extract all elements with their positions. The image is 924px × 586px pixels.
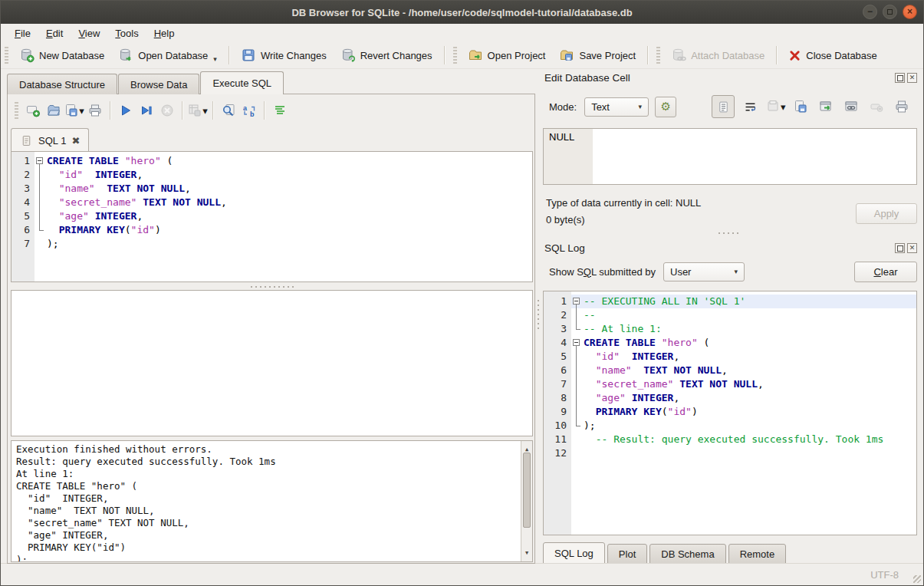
save-file-dropdown-icon[interactable]: ▾ (79, 105, 84, 117)
toolbar-drag-handle[interactable] (453, 47, 457, 64)
new-tab-icon (25, 103, 41, 118)
maximize-icon (887, 9, 893, 15)
fold-marker-none (571, 446, 584, 460)
cell-value: NULL (544, 129, 593, 184)
find-button[interactable] (218, 100, 238, 120)
fold-marker-start[interactable] (571, 336, 584, 350)
sql1-tab[interactable]: SQL 1 ✖ (11, 128, 89, 152)
log-line: Execution finished without errors. (16, 443, 517, 456)
close-database-button[interactable]: Close Database (781, 46, 884, 65)
submitted-by-select[interactable]: User ▾ (663, 262, 745, 281)
execute-sql-page: ▾ (7, 94, 535, 564)
print-sql-button[interactable] (84, 100, 105, 120)
scrollbar-thumb[interactable] (523, 453, 531, 528)
close-button[interactable]: × (903, 5, 917, 19)
word-wrap-button[interactable] (740, 97, 760, 117)
results-grid[interactable] (11, 290, 533, 436)
open-database-button[interactable]: Open Database ▾ (111, 44, 224, 66)
sql-document-icon (20, 134, 33, 147)
title-bar[interactable]: DB Browser for SQLite - /home/user/code/… (1, 1, 923, 24)
auto-mode-button[interactable]: ⚙ (655, 97, 676, 117)
encoding-indicator[interactable]: UTF-8 (870, 569, 899, 581)
menu-item-help[interactable]: Help (146, 25, 182, 41)
execute-line-button[interactable] (136, 100, 156, 120)
code-line: 7 "secret_name" TEXT NOT NULL, (544, 377, 916, 391)
print-cell-button[interactable] (892, 97, 912, 117)
line-number: 3 (12, 182, 35, 196)
scroll-down-icon[interactable]: ▼ (521, 547, 532, 559)
clear-log-button[interactable]: Clear (854, 262, 917, 282)
fold-marker-start[interactable] (35, 154, 47, 168)
open-database-dropdown-icon[interactable]: ▾ (213, 55, 217, 63)
line-number: 5 (544, 350, 571, 364)
line-body (571, 446, 916, 460)
editor-results-splitter[interactable] (11, 284, 533, 290)
minimize-button[interactable]: − (863, 5, 877, 19)
export-cell-data-button[interactable] (791, 97, 811, 117)
line-body: -- Result: query executed successfully. … (571, 433, 916, 446)
close-dock-icon[interactable]: ✕ (907, 73, 917, 83)
close-dock-icon[interactable]: ✕ (907, 243, 917, 253)
execution-log[interactable]: Execution finished without errors.Result… (11, 440, 533, 562)
open-project-button[interactable]: Open Project (461, 44, 553, 66)
float-dock-icon[interactable] (895, 243, 905, 253)
copy-link-button[interactable] (841, 97, 861, 117)
line-body: "age" INTEGER, (35, 209, 532, 223)
cell-editor[interactable]: NULL (543, 128, 917, 185)
new-sql-tab-button[interactable] (22, 100, 43, 120)
sql-editor[interactable]: 1CREATE TABLE "hero" (2 "id" INTEGER,3 "… (11, 151, 533, 282)
save-results-button: ▾ (187, 100, 208, 120)
toolbar-drag-handle[interactable] (15, 102, 18, 119)
save-sql-file-button[interactable]: ▾ (64, 100, 84, 120)
dock-tab-plot[interactable]: Plot (607, 544, 647, 564)
tab-database-structure[interactable]: Database Structure (7, 74, 117, 94)
sql-log-view[interactable]: 1-- EXECUTING ALL IN 'SQL 1'2--3-- At li… (543, 291, 917, 535)
log-line: "name" TEXT NOT NULL, (16, 505, 517, 517)
dock-splitter[interactable] (541, 232, 919, 234)
tab-execute-sql[interactable]: Execute SQL (200, 71, 284, 94)
panel-splitter[interactable] (536, 94, 541, 564)
dock-tab-sql-log[interactable]: SQL Log (543, 542, 605, 564)
mode-select[interactable]: Text ▾ (584, 97, 649, 117)
fold-box-icon[interactable] (573, 298, 580, 305)
main-tab-bar: Database StructureBrowse DataExecute SQL (7, 71, 284, 94)
menu-item-tools[interactable]: Tools (107, 25, 146, 41)
fold-marker-start[interactable] (571, 295, 584, 308)
line-body: "secret_name" TEXT NOT NULL, (571, 377, 916, 391)
float-dock-icon[interactable] (895, 73, 905, 83)
new-database-label: New Database (39, 50, 104, 61)
replace-icon: a b (242, 103, 257, 118)
revert-changes-button[interactable]: Revert Changes (334, 44, 439, 66)
fold-marker-line (35, 196, 47, 209)
edit-cell-dock-header: Edit Database Cell ✕ (544, 70, 917, 85)
sql1-tab-close-icon[interactable]: ✖ (71, 135, 80, 146)
dock-tab-remote[interactable]: Remote (728, 544, 787, 564)
line-body: "id" INTEGER, (35, 168, 532, 182)
dock-tab-db-schema[interactable]: DB Schema (649, 544, 725, 564)
code-text: ); (584, 419, 596, 433)
replace-button[interactable]: a b (238, 100, 259, 120)
write-changes-label: Write Changes (261, 50, 327, 61)
format-sql-button[interactable] (269, 100, 290, 120)
tab-browse-data[interactable]: Browse Data (118, 74, 199, 94)
save-project-button[interactable]: Save Project (552, 44, 643, 66)
execution-log-scrollbar[interactable]: ▲ ▼ (521, 441, 532, 561)
menu-item-edit[interactable]: Edit (38, 25, 71, 41)
execute-all-button[interactable] (115, 100, 136, 120)
resize-grip[interactable] (913, 575, 921, 583)
fold-box-icon[interactable] (36, 157, 43, 164)
fold-box-icon[interactable] (573, 339, 580, 346)
open-external-button[interactable] (816, 97, 836, 117)
toolbar-drag-handle[interactable] (656, 47, 660, 64)
new-database-button[interactable]: New Database (12, 44, 111, 66)
write-changes-button[interactable]: Write Changes (234, 44, 334, 66)
menu-item-view[interactable]: View (71, 25, 107, 41)
toolbar-drag-handle[interactable] (5, 47, 8, 64)
maximize-button[interactable] (883, 5, 897, 19)
text-mode-button[interactable] (712, 95, 735, 118)
menu-item-file[interactable]: File (7, 25, 38, 41)
sql-log-dock-header: SQL Log ✕ (544, 240, 917, 255)
set-null-icon (869, 99, 884, 114)
log-line: "age" INTEGER, (16, 529, 517, 542)
open-sql-file-button[interactable] (43, 100, 64, 120)
